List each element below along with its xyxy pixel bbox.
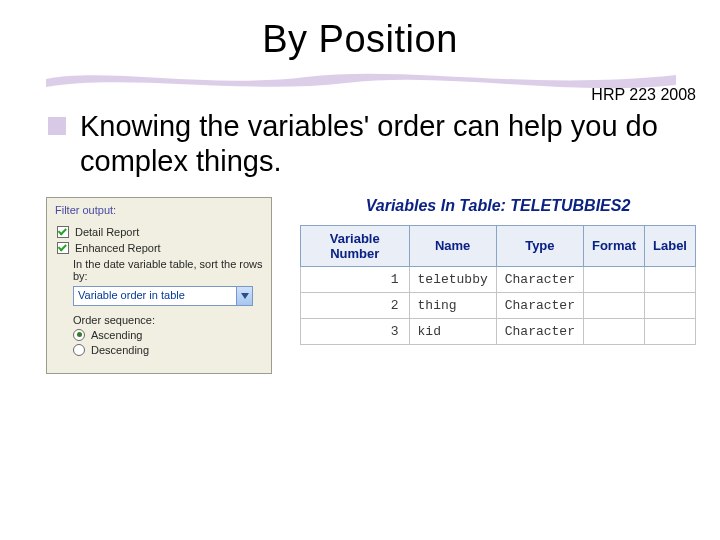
col-name: Name <box>409 225 496 266</box>
col-type: Type <box>496 225 583 266</box>
table-row: 1 teletubby Character <box>301 266 696 292</box>
chevron-down-icon <box>236 287 252 305</box>
sort-rows-label: In the date variable table, sort the row… <box>73 258 263 282</box>
table-header-row: Variable Number Name Type Format Label <box>301 225 696 266</box>
cell-name: thing <box>409 292 496 318</box>
variables-title-name: TELETUBBIES2 <box>510 197 630 214</box>
page-title: By Position <box>0 18 720 61</box>
filter-output-panel: Filter output: Detail Report Enhanced Re… <box>46 197 272 374</box>
variables-table: Variable Number Name Type Format Label 1… <box>300 225 696 345</box>
cell-num: 1 <box>301 266 410 292</box>
checkbox-icon <box>57 226 69 238</box>
col-format: Format <box>583 225 644 266</box>
cell-format <box>583 318 644 344</box>
course-label: HRP 223 2008 <box>591 86 696 104</box>
descending-radio[interactable]: Descending <box>73 344 263 356</box>
radio-icon <box>73 329 85 341</box>
table-row: 3 kid Character <box>301 318 696 344</box>
sort-rows-select-value: Variable order in table <box>74 287 236 305</box>
enhanced-report-checkbox[interactable]: Enhanced Report <box>57 242 263 254</box>
ascending-label: Ascending <box>91 329 142 341</box>
cell-type: Character <box>496 318 583 344</box>
cell-label <box>645 292 696 318</box>
cell-num: 2 <box>301 292 410 318</box>
filter-output-group-label: Filter output: <box>55 204 116 216</box>
cell-name: teletubby <box>409 266 496 292</box>
descending-label: Descending <box>91 344 149 356</box>
detail-report-label: Detail Report <box>75 226 139 238</box>
cell-num: 3 <box>301 318 410 344</box>
order-sequence-label: Order sequence: <box>73 314 263 326</box>
bullet-marker-icon <box>48 117 66 135</box>
cell-label <box>645 266 696 292</box>
variables-title: Variables In Table: TELETUBBIES2 <box>300 197 696 215</box>
cell-format <box>583 266 644 292</box>
cell-type: Character <box>496 266 583 292</box>
enhanced-report-label: Enhanced Report <box>75 242 161 254</box>
bullet-text: Knowing the variables' order can help yo… <box>80 109 684 179</box>
cell-type: Character <box>496 292 583 318</box>
cell-name: kid <box>409 318 496 344</box>
cell-format <box>583 292 644 318</box>
variables-title-prefix: Variables In Table: <box>366 197 511 214</box>
sort-rows-select[interactable]: Variable order in table <box>73 286 253 306</box>
checkbox-icon <box>57 242 69 254</box>
bullet-item: Knowing the variables' order can help yo… <box>48 109 684 179</box>
radio-icon <box>73 344 85 356</box>
cell-label <box>645 318 696 344</box>
table-row: 2 thing Character <box>301 292 696 318</box>
ascending-radio[interactable]: Ascending <box>73 329 263 341</box>
col-variable-number: Variable Number <box>301 225 410 266</box>
variables-block: Variables In Table: TELETUBBIES2 Variabl… <box>300 197 696 345</box>
col-label: Label <box>645 225 696 266</box>
detail-report-checkbox[interactable]: Detail Report <box>57 226 263 238</box>
